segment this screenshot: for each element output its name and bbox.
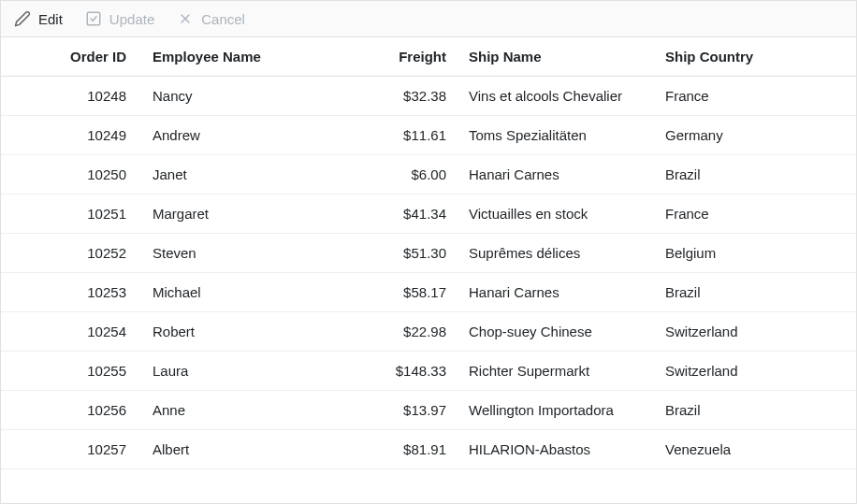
- table-row[interactable]: 10250Janet$6.00Hanari CarnesBrazil: [1, 155, 856, 194]
- cell-ship-name: HILARION-Abastos: [458, 441, 654, 457]
- data-grid: Edit Update Cancel Order ID Employee Nam…: [0, 0, 857, 504]
- header-ship-name[interactable]: Ship Name: [458, 49, 654, 65]
- cell-ship-country: Brazil: [654, 166, 822, 182]
- cell-employee-name: Robert: [141, 324, 364, 339]
- cell-freight: $32.38: [364, 88, 458, 104]
- cancel-label: Cancel: [201, 11, 245, 27]
- header-ship-country[interactable]: Ship Country: [654, 49, 822, 65]
- cell-order-id: 10256: [1, 402, 141, 418]
- cell-ship-country: Brazil: [654, 402, 822, 418]
- table-row[interactable]: 10251Margaret$41.34Victuailles en stockF…: [1, 194, 856, 234]
- cell-ship-name: Chop-suey Chinese: [458, 324, 654, 339]
- table-row[interactable]: 10248Nancy$32.38Vins et alcools Chevalie…: [1, 77, 856, 116]
- cell-freight: $148.33: [364, 363, 458, 379]
- cell-ship-name: Hanari Carnes: [458, 284, 654, 300]
- cell-employee-name: Albert: [141, 441, 364, 457]
- cell-order-id: 10249: [1, 127, 141, 143]
- edit-icon: [14, 10, 31, 27]
- grid-body[interactable]: 10248Nancy$32.38Vins et alcools Chevalie…: [1, 77, 856, 503]
- cell-order-id: 10248: [1, 88, 141, 104]
- cell-ship-country: Germany: [654, 127, 822, 143]
- cell-ship-name: Hanari Carnes: [458, 166, 654, 182]
- cell-employee-name: Laura: [141, 363, 364, 379]
- cell-ship-country: Switzerland: [654, 363, 822, 379]
- grid-toolbar: Edit Update Cancel: [1, 1, 856, 37]
- grid-header: Order ID Employee Name Freight Ship Name…: [1, 37, 856, 77]
- cell-freight: $51.30: [364, 245, 458, 261]
- cell-order-id: 10255: [1, 363, 141, 379]
- cell-ship-name: Suprêmes délices: [458, 245, 654, 261]
- edit-button[interactable]: Edit: [14, 10, 63, 27]
- cell-ship-country: France: [654, 88, 822, 104]
- update-icon: [85, 10, 102, 27]
- cell-ship-country: Switzerland: [654, 324, 822, 339]
- header-freight[interactable]: Freight: [364, 49, 458, 65]
- cell-order-id: 10250: [1, 166, 141, 182]
- cell-ship-name: Victuailles en stock: [458, 206, 654, 222]
- cell-ship-country: Belgium: [654, 245, 822, 261]
- update-label: Update: [109, 11, 154, 27]
- table-row[interactable]: 10253Michael$58.17Hanari CarnesBrazil: [1, 273, 856, 312]
- header-order-id[interactable]: Order ID: [1, 49, 141, 65]
- cell-ship-country: Brazil: [654, 284, 822, 300]
- cell-freight: $6.00: [364, 166, 458, 182]
- cell-freight: $41.34: [364, 206, 458, 222]
- cell-ship-country: Venezuela: [654, 441, 822, 457]
- cell-ship-country: France: [654, 206, 822, 222]
- cell-order-id: 10253: [1, 284, 141, 300]
- cell-employee-name: Nancy: [141, 88, 364, 104]
- cell-order-id: 10251: [1, 206, 141, 222]
- table-row[interactable]: 10255Laura$148.33Richter SupermarktSwitz…: [1, 352, 856, 391]
- cell-ship-name: Wellington Importadora: [458, 402, 654, 418]
- cell-freight: $58.17: [364, 284, 458, 300]
- cell-freight: $22.98: [364, 324, 458, 339]
- cancel-icon: [177, 10, 194, 27]
- table-row[interactable]: 10252Steven$51.30Suprêmes délicesBelgium: [1, 234, 856, 273]
- table-row[interactable]: 10256Anne$13.97Wellington ImportadoraBra…: [1, 391, 856, 430]
- cell-order-id: 10254: [1, 324, 141, 339]
- table-row[interactable]: 10254Robert$22.98Chop-suey ChineseSwitze…: [1, 312, 856, 352]
- svg-rect-0: [87, 12, 100, 25]
- cell-freight: $81.91: [364, 441, 458, 457]
- cell-employee-name: Anne: [141, 402, 364, 418]
- table-row[interactable]: 10249Andrew$11.61Toms SpezialitätenGerma…: [1, 116, 856, 155]
- cell-employee-name: Andrew: [141, 127, 364, 143]
- cell-order-id: 10252: [1, 245, 141, 261]
- cell-employee-name: Michael: [141, 284, 364, 300]
- cell-freight: $11.61: [364, 127, 458, 143]
- cell-ship-name: Toms Spezialitäten: [458, 127, 654, 143]
- cell-ship-name: Vins et alcools Chevalier: [458, 88, 654, 104]
- edit-label: Edit: [38, 11, 63, 27]
- cell-order-id: 10257: [1, 441, 141, 457]
- header-employee-name[interactable]: Employee Name: [141, 49, 364, 65]
- cell-freight: $13.97: [364, 402, 458, 418]
- cell-ship-name: Richter Supermarkt: [458, 363, 654, 379]
- cancel-button: Cancel: [177, 10, 245, 27]
- table-row[interactable]: 10257Albert$81.91HILARION-AbastosVenezue…: [1, 430, 856, 469]
- cell-employee-name: Janet: [141, 166, 364, 182]
- cell-employee-name: Margaret: [141, 206, 364, 222]
- cell-employee-name: Steven: [141, 245, 364, 261]
- update-button: Update: [85, 10, 154, 27]
